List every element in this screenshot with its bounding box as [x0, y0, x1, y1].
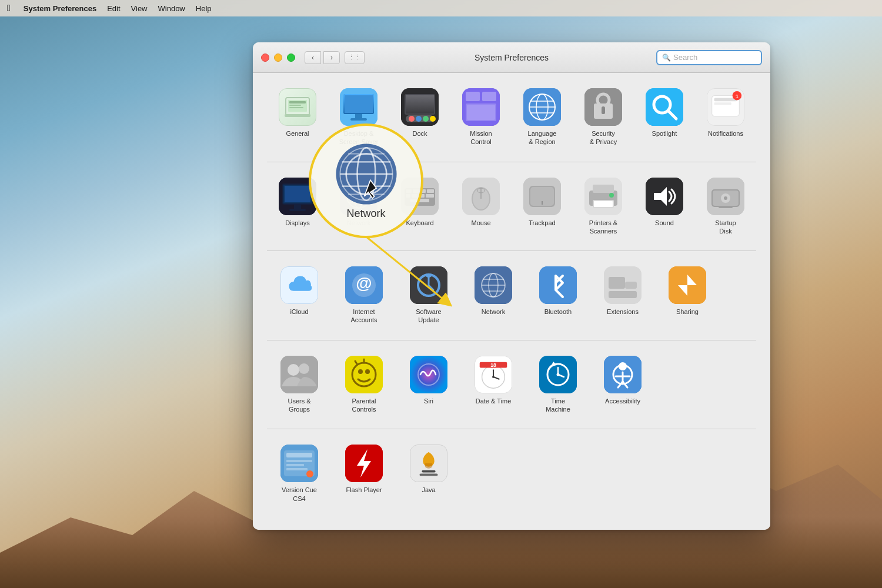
pref-item-mission[interactable]: MissionControl [450, 85, 512, 150]
sharing-label: Sharing [676, 308, 699, 316]
pref-item-users[interactable]: Users &Groups [267, 352, 332, 417]
apple-menu-icon[interactable]:  [7, 3, 11, 14]
pref-item-sharing[interactable]: Sharing [655, 263, 720, 319]
svg-rect-1 [285, 114, 310, 117]
pref-item-dock[interactable]: Dock [389, 85, 450, 141]
svg-point-82 [609, 193, 614, 198]
pref-item-bluetooth[interactable]: Bluetooth [526, 263, 590, 319]
datetime-label: Date & Time [476, 397, 512, 405]
svg-rect-111 [280, 356, 318, 393]
bluetooth-label: Bluetooth [544, 308, 572, 316]
extensions-icon [604, 266, 642, 304]
pref-item-language[interactable]: Language& Region [512, 85, 573, 150]
svg-rect-36 [646, 88, 683, 126]
pref-item-keyboard[interactable]: Keyboard [389, 174, 450, 230]
menubar-help[interactable]: Help [196, 4, 212, 13]
pref-item-displays[interactable]: Displays [267, 174, 328, 230]
pref-item-trackpad[interactable]: Trackpad [512, 174, 573, 230]
bluetooth-icon [539, 266, 577, 304]
pref-item-versioncue[interactable]: Version CueCS4 [267, 441, 332, 506]
pref-item-desktop[interactable]: Desktop &Screen Saver [328, 85, 389, 150]
pref-item-accessibility[interactable]: Accessibility [590, 352, 655, 409]
titlebar: ‹ › ⋮⋮ System Preferences 🔍 Search [253, 42, 770, 73]
sound-icon [646, 178, 683, 215]
pref-item-network-row2[interactable]: Network [328, 174, 389, 230]
internet-icon: @ [345, 266, 383, 304]
close-button[interactable] [261, 54, 269, 62]
pref-item-extensions[interactable]: Extensions [590, 263, 655, 319]
svg-rect-11 [350, 118, 367, 121]
svg-point-148 [306, 470, 313, 477]
security-label: Security& Privacy [590, 129, 617, 146]
pref-item-datetime[interactable]: 18 Date & Time [461, 352, 526, 409]
timemachine-label: TimeMachine [546, 397, 570, 414]
pref-item-general[interactable]: General [267, 85, 328, 141]
menubar-edit[interactable]: Edit [107, 4, 120, 13]
row-separator-2 [267, 250, 756, 251]
pref-item-startup[interactable]: StartupDisk [695, 174, 756, 239]
menubar-view[interactable]: View [131, 4, 148, 13]
grid-view-button[interactable]: ⋮⋮ [345, 51, 365, 64]
notifications-icon: 1 [707, 88, 744, 126]
svg-rect-64 [412, 194, 417, 198]
svg-rect-153 [420, 474, 438, 476]
menubar:  System Preferences Edit View Window He… [0, 0, 882, 16]
pref-row-2: Displays Network [267, 174, 756, 239]
pref-item-parental[interactable]: ParentalControls [332, 352, 396, 417]
svg-rect-5 [289, 107, 303, 108]
svg-point-112 [288, 364, 299, 376]
menubar-window[interactable]: Window [158, 4, 185, 13]
svg-rect-63 [406, 194, 410, 198]
forward-button[interactable]: › [323, 51, 340, 64]
pref-item-mouse[interactable]: Mouse [450, 174, 512, 230]
dock-label: Dock [412, 129, 427, 138]
svg-point-19 [430, 116, 436, 122]
minimize-button[interactable] [274, 54, 282, 62]
pref-item-network[interactable]: Network [461, 263, 526, 319]
desktop-icon [340, 88, 377, 126]
menubar-app-name[interactable]: System Preferences [24, 4, 96, 13]
svg-rect-90 [719, 206, 733, 208]
svg-point-116 [358, 369, 363, 374]
pref-item-sound[interactable]: Sound [634, 174, 695, 230]
back-button[interactable]: ‹ [305, 51, 321, 64]
maximize-button[interactable] [287, 54, 295, 62]
svg-text:18: 18 [490, 362, 496, 368]
users-label: Users &Groups [288, 397, 310, 414]
java-icon [410, 445, 447, 482]
timemachine-icon [539, 356, 577, 393]
svg-point-113 [299, 363, 309, 374]
pref-item-notifications[interactable]: 1 Notifications [695, 85, 756, 141]
pref-item-icloud[interactable]: iCloud [267, 263, 332, 319]
pref-item-timemachine[interactable]: TimeMachine [526, 352, 590, 417]
svg-rect-120 [410, 356, 447, 393]
pref-item-java[interactable]: Java [396, 441, 461, 497]
keyboard-icon [401, 178, 439, 215]
svg-rect-62 [427, 189, 434, 193]
versioncue-icon [280, 445, 318, 482]
displays-label: Displays [285, 219, 310, 227]
search-box[interactable]: 🔍 Search [656, 50, 762, 65]
parental-icon [345, 356, 383, 393]
svg-rect-104 [539, 266, 577, 304]
sharing-icon [669, 266, 706, 304]
general-icon [279, 88, 316, 126]
pref-item-security[interactable]: Security& Privacy [573, 85, 634, 150]
pref-item-spotlight[interactable]: Spotlight [634, 85, 695, 141]
svg-rect-66 [426, 194, 434, 198]
accessibility-icon [604, 356, 642, 393]
search-icon: 🔍 [662, 54, 671, 62]
svg-rect-65 [419, 194, 425, 198]
pref-item-flash[interactable]: Flash Player [332, 441, 396, 497]
svg-rect-42 [714, 102, 731, 105]
svg-point-16 [409, 116, 415, 122]
spotlight-icon [646, 88, 683, 126]
pref-item-software[interactable]: SoftwareUpdate [396, 263, 461, 328]
dock-icon [401, 88, 439, 126]
pref-item-siri[interactable]: Siri [396, 352, 461, 409]
svg-rect-14 [406, 95, 434, 113]
pref-item-printers[interactable]: Printers &Scanners [573, 174, 634, 239]
svg-point-89 [724, 196, 727, 200]
pref-item-internet[interactable]: @ InternetAccounts [332, 263, 396, 328]
svg-rect-81 [594, 201, 613, 207]
